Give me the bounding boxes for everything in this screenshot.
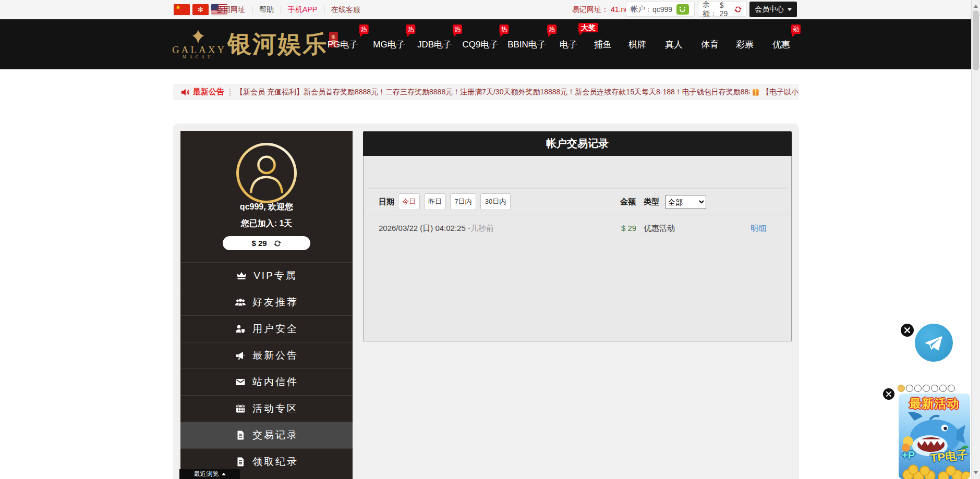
scroll-up-arrow[interactable] xyxy=(974,3,978,8)
sidebar-item-security[interactable]: 用户安全 xyxy=(180,315,353,342)
nav-item-mg[interactable]: MG电子 热 xyxy=(373,19,405,69)
megaphone-icon xyxy=(235,350,246,361)
sidebar-item-referral[interactable]: 好友推荐 xyxy=(180,289,353,315)
topbar: ★ ✻ 备用网址 帮助 手机APP 在线客服 易记网址：41.net 帐户： q… xyxy=(0,0,980,20)
sidebar-item-events[interactable]: 活动专区 xyxy=(180,395,353,422)
nav-item-live[interactable]: 真人 xyxy=(665,19,683,69)
nav-item-chess[interactable]: 棋牌 xyxy=(628,19,646,69)
panel-body: 日期 今日 昨日 7日内 30日内 金额 类型 全部 2026/03/22 (日… xyxy=(363,156,792,341)
amount-column-label: 金额 xyxy=(620,197,636,207)
scroll-down-arrow[interactable] xyxy=(974,471,978,476)
divider xyxy=(229,89,232,96)
gift-icon xyxy=(752,88,760,96)
promo-close-button[interactable] xyxy=(883,388,894,400)
close-icon xyxy=(886,391,891,397)
site-logo[interactable]: GALAXY MACAU 银河娱乐 集团 xyxy=(172,22,338,66)
promo-dot[interactable] xyxy=(948,385,955,392)
joined-days-text: 您已加入: 1天 xyxy=(180,218,353,229)
sidebar: qc999, 欢迎您 您已加入: 1天 $ 29 VIP专属 xyxy=(180,131,353,479)
chevron-down-icon xyxy=(788,8,792,13)
nav-item-dianzi[interactable]: 电子 大奖 xyxy=(560,19,577,69)
chevron-up-icon xyxy=(222,471,226,475)
live-support-link[interactable]: 在线客服 xyxy=(331,5,360,15)
main-container: qc999, 欢迎您 您已加入: 1天 $ 29 VIP专属 xyxy=(173,124,799,479)
sidebar-balance-button[interactable]: $ 29 xyxy=(223,236,310,250)
divider xyxy=(368,188,787,190)
member-center-button[interactable]: 会员中心 xyxy=(749,2,797,17)
sidebar-item-messages[interactable]: 站内信件 xyxy=(180,369,353,395)
telegram-icon xyxy=(923,332,945,354)
transaction-type: 优惠活动 xyxy=(644,224,675,234)
galaxy-emblem-icon xyxy=(189,29,207,45)
smiley-chat-icon[interactable] xyxy=(676,4,689,15)
announcement-text: 【新会员 充值福利】新会员首存奖励8888元！二存三存奖励8888元！注册满7天… xyxy=(236,88,749,97)
promo-dot[interactable] xyxy=(931,385,938,392)
filter-yesterday-button[interactable]: 昨日 xyxy=(424,193,446,210)
hot-badge: 热 xyxy=(453,24,462,34)
memorable-url: 易记网址：41.net xyxy=(572,0,631,19)
nav-item-lottery[interactable]: 彩票 xyxy=(736,19,754,69)
promo-dot[interactable] xyxy=(898,385,905,392)
flag-hongkong-icon[interactable]: ✻ xyxy=(192,4,209,15)
sidebar-item-vip[interactable]: VIP专属 xyxy=(180,262,353,289)
mobile-app-link[interactable]: 手机APP xyxy=(288,5,317,15)
backup-url-link[interactable]: 备用网址 xyxy=(216,5,245,15)
user-shield-icon xyxy=(235,324,246,334)
balance-value: $ 29 xyxy=(720,1,731,18)
transaction-row: 2026/03/22 (日) 04:02:25 -几秒前 $ 29 优惠活动 明… xyxy=(364,215,791,248)
balance-label: 余额： xyxy=(703,0,720,19)
help-link[interactable]: 帮助 xyxy=(259,5,274,15)
topbar-links: 备用网址 帮助 手机APP 在线客服 xyxy=(216,0,360,19)
hot-badge: 劲 xyxy=(791,24,801,34)
date-label: 日期 xyxy=(379,197,394,207)
calendar-icon xyxy=(235,403,246,414)
recent-browse-label: 最近浏览 xyxy=(194,470,219,478)
account-value: qc999 xyxy=(652,5,672,14)
promo-dots xyxy=(898,385,955,392)
logo-chinese-text: 银河娱乐 xyxy=(227,22,328,66)
promo-title: 最新活动 xyxy=(899,396,970,412)
page: ★ ✻ 备用网址 帮助 手机APP 在线客服 易记网址：41.net 帐户： q… xyxy=(0,0,980,479)
promo-dot[interactable] xyxy=(914,385,922,392)
sidebar-menu: VIP专属 好友推荐 用户安全 xyxy=(180,262,353,475)
hot-badge: 热 xyxy=(547,24,556,34)
filter-today-button[interactable]: 今日 xyxy=(398,193,420,210)
file-icon xyxy=(235,457,246,467)
filter-7days-button[interactable]: 7日内 xyxy=(450,193,476,210)
file-icon xyxy=(235,430,246,440)
nav-item-promo[interactable]: 优惠 劲 xyxy=(772,19,790,69)
filter-30days-button[interactable]: 30日内 xyxy=(480,193,511,210)
promo-banner[interactable]: 最新活动 +P TP电子 xyxy=(899,394,970,479)
hot-badge: 热 xyxy=(406,24,416,34)
promo-p-badge: +P xyxy=(902,449,915,461)
filter-row: 日期 今日 昨日 7日内 30日内 金额 类型 全部 xyxy=(364,193,791,211)
nav-item-cq9[interactable]: CQ9电子 热 xyxy=(463,19,499,69)
user-silhouette-icon xyxy=(246,151,287,195)
type-select[interactable]: 全部 xyxy=(666,195,706,209)
hot-badge: 热 xyxy=(359,24,368,34)
transactions-panel: 帐户交易记录 日期 今日 昨日 7日内 30日内 金额 类型 全部 20 xyxy=(363,131,792,341)
promo-dot[interactable] xyxy=(923,385,930,392)
sidebar-balance-value: $ 29 xyxy=(251,239,267,248)
nav-item-fishing[interactable]: 捕鱼 xyxy=(594,19,612,69)
nav-item-pg[interactable]: PG电子 热 xyxy=(328,19,358,69)
scrollbar-thumb[interactable] xyxy=(973,10,979,70)
transaction-detail-link[interactable]: 明细 xyxy=(751,224,766,234)
telegram-button[interactable] xyxy=(915,324,953,362)
promo-dot[interactable] xyxy=(906,385,913,392)
telegram-close-button[interactable] xyxy=(901,324,914,337)
refresh-icon xyxy=(273,239,282,248)
envelope-icon xyxy=(235,377,246,387)
flag-china-icon[interactable]: ★ xyxy=(174,4,190,15)
divider xyxy=(252,6,252,14)
nav-item-sports[interactable]: 体育 xyxy=(701,19,719,69)
nav-item-bbin[interactable]: BBIN电子 热 xyxy=(507,19,546,69)
refresh-icon[interactable] xyxy=(734,5,742,14)
welcome-text: qc999, 欢迎您 xyxy=(180,202,353,213)
sidebar-item-announcements[interactable]: 最新公告 xyxy=(180,342,353,369)
nav-item-jdb[interactable]: JDB电子 热 xyxy=(417,19,452,69)
sidebar-item-transactions[interactable]: 交易记录 xyxy=(180,422,353,448)
recent-browse-tab[interactable]: 最近浏览 xyxy=(179,469,240,479)
speaker-icon xyxy=(180,88,190,97)
promo-dot[interactable] xyxy=(939,385,947,392)
